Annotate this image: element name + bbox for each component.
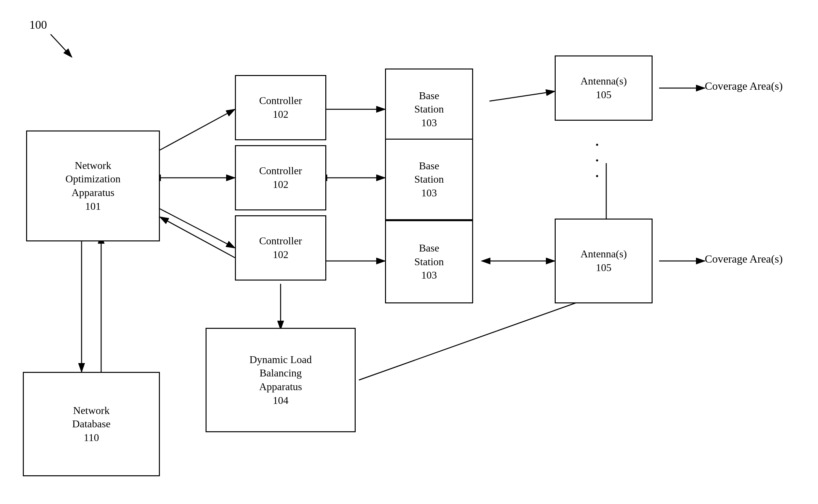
svg-line-5 [160,209,235,248]
diagram: 100 [0,0,818,504]
ellipsis-dots: ··· [595,137,599,184]
dlba-box: Dynamic Load Balancing Apparatus 104 [206,328,356,432]
svg-line-17 [160,217,235,258]
svg-line-3 [160,109,235,150]
netdb-box: Network Database 110 [23,372,160,476]
basestation1-box: Base Station 103 [385,69,473,150]
coverage-area1-label: Coverage Area(s) [705,80,783,92]
controller2-box: Controller 102 [235,145,326,210]
svg-line-16 [359,294,602,380]
svg-line-9 [489,91,555,101]
antenna1-box: Antenna(s) 105 [555,55,653,121]
svg-line-2 [51,34,72,57]
antenna2-box: Antenna(s) 105 [555,219,653,303]
noa-box: Network Optimization Apparatus 101 [26,130,160,241]
coverage-area2-label: Coverage Area(s) [705,253,783,265]
diagram-title: 100 [29,18,47,32]
controller1-box: Controller 102 [235,75,326,140]
basestation2-box: Base Station 103 [385,139,473,220]
basestation3-box: Base Station 103 [385,220,473,303]
controller3-box: Controller 102 [235,215,326,281]
